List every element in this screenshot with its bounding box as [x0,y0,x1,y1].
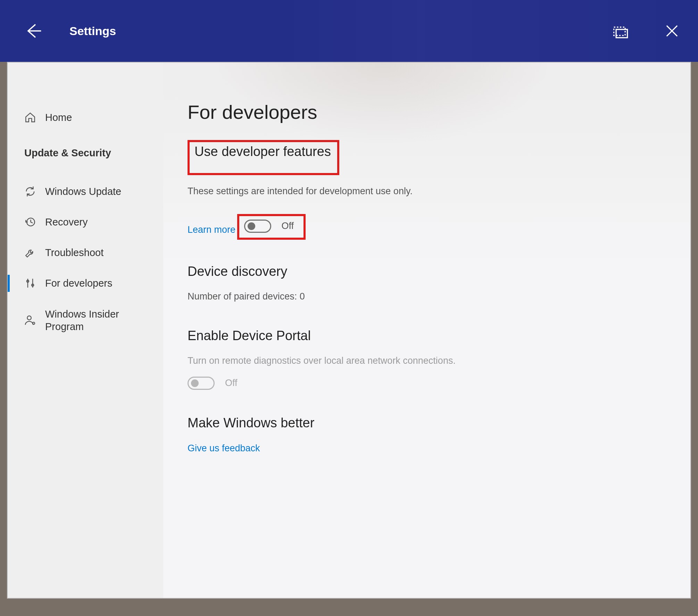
device-portal-toggle [188,377,215,390]
paired-devices-text: Number of paired devices: 0 [188,289,666,304]
refresh-icon [24,186,36,197]
toggle-knob [191,379,199,387]
device-portal-description: Turn on remote diagnostics over local ar… [188,354,666,368]
section-heading-device-portal: Enable Device Portal [188,328,666,343]
arrow-left-icon [23,21,43,41]
sidebar-item-recovery[interactable]: Recovery [8,207,163,237]
svg-rect-1 [614,27,625,35]
resize-icon [611,22,629,40]
svg-point-11 [33,322,35,324]
home-icon [24,112,36,123]
dev-features-description: These settings are intended for developm… [188,184,666,199]
settings-window: Home Update & Security Windows Update Re… [7,62,691,599]
sliders-icon [24,277,36,289]
history-icon [24,216,36,228]
close-icon [663,22,681,40]
sidebar-item-home[interactable]: Home [8,111,163,138]
page-title: For developers [188,101,666,123]
window-title: Settings [69,24,116,38]
sidebar-item-label: For developers [45,277,112,289]
titlebar: Settings [0,0,698,62]
dev-features-toggle-label: Off [282,221,294,231]
wrench-icon [24,247,36,258]
sidebar: Home Update & Security Windows Update Re… [8,63,163,598]
dev-features-toggle[interactable] [244,220,271,233]
learn-more-link[interactable]: Learn more [188,224,235,235]
sidebar-category: Update & Security [8,138,163,176]
sidebar-item-label: Troubleshoot [45,246,103,259]
paired-devices-count: 0 [300,291,305,302]
toggle-knob [248,222,255,230]
sidebar-item-label: Home [45,111,72,124]
section-heading-discovery: Device discovery [188,264,666,279]
sidebar-item-windows-update[interactable]: Windows Update [8,176,163,207]
sidebar-item-label: Recovery [45,216,88,228]
device-portal-toggle-label: Off [225,378,238,388]
resize-button[interactable] [604,15,635,47]
give-feedback-link[interactable]: Give us feedback [188,443,260,454]
paired-devices-label: Number of paired devices: [188,291,297,302]
sidebar-item-windows-insider[interactable]: Windows Insider Program [8,299,163,342]
section-heading-dev-features: Use developer features [194,144,331,159]
sidebar-category-label: Update & Security [24,147,111,159]
close-button[interactable] [656,15,688,47]
highlight-box: Off [237,214,306,240]
sidebar-item-label: Windows Insider Program [45,308,149,333]
person-icon [24,314,36,326]
sidebar-item-label: Windows Update [45,185,121,198]
section-heading-make-better: Make Windows better [188,416,666,430]
svg-point-10 [27,316,31,320]
sidebar-item-troubleshoot[interactable]: Troubleshoot [8,237,163,268]
highlight-box: Use developer features [188,140,339,175]
sidebar-item-for-developers[interactable]: For developers [8,268,163,298]
svg-rect-2 [616,30,628,38]
content-area: For developers Use developer features Th… [163,63,690,598]
back-button[interactable] [17,15,49,47]
